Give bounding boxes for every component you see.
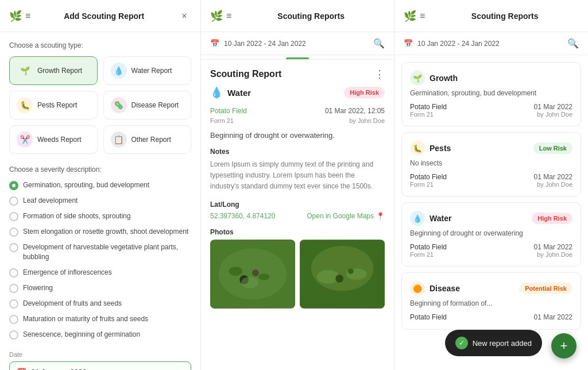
fab-add-button[interactable]: + xyxy=(551,333,577,359)
radio-circle-2 xyxy=(9,212,18,221)
right-card-disease-type: 🟠 Disease xyxy=(410,281,460,296)
radio-circle-6 xyxy=(9,284,18,293)
field-author: by John Doe xyxy=(349,117,385,124)
search-button-middle[interactable]: 🔍 xyxy=(373,38,385,49)
svg-point-12 xyxy=(348,268,354,274)
weeds-icon: ✂️ xyxy=(17,132,33,148)
right-disease-field-date: 01 Mar 2022 xyxy=(534,313,572,321)
type-card-disease[interactable]: 🦠 Disease Report xyxy=(103,91,192,120)
right-water-form: Form 21 xyxy=(410,251,434,258)
right-disease-desc: Beginning of formation of... xyxy=(410,299,572,307)
latlong-row: 52.397360, 4.874120 Open in Google Maps … xyxy=(210,212,385,220)
disease-risk-badge: Potential Risk xyxy=(519,283,572,294)
radio-item-7[interactable]: Development of fruits and seeds xyxy=(9,299,191,309)
right-water-sub-row: Form 21 by John Doe xyxy=(410,251,572,258)
svg-point-6 xyxy=(241,276,258,288)
radio-circle-0 xyxy=(9,181,18,190)
right-pests-field-row: Potato Field 01 Mar 2022 xyxy=(410,173,572,181)
right-growth-field-name: Potato Field xyxy=(410,103,447,111)
right-growth-sub-row: Form 21 by John Doe xyxy=(410,111,572,118)
photo-2[interactable] xyxy=(300,240,385,309)
radio-circle-9 xyxy=(9,330,18,340)
right-growth-field-row: Potato Field 01 Mar 2022 xyxy=(410,103,572,111)
radio-label-3: Stem elongation or rosette growth, shoot… xyxy=(23,227,188,237)
type-card-water[interactable]: 💧 Water Report xyxy=(103,56,192,85)
right-water-field-name: Potato Field xyxy=(410,243,447,251)
radio-label-9: Senescence, beginning of germination xyxy=(23,330,140,340)
more-options-button[interactable]: ⋮ xyxy=(374,69,385,79)
photo-1[interactable] xyxy=(210,240,295,309)
toast-notification: ✓ New report added xyxy=(445,330,542,356)
tab-indicator xyxy=(286,57,309,59)
field-date: 01 Mar 2022, 12:05 xyxy=(325,107,385,115)
radio-item-6[interactable]: Flowering xyxy=(9,283,191,293)
radio-item-0[interactable]: Germination, sprouting, bud development xyxy=(9,180,191,190)
right-disease-icon: 🟠 xyxy=(410,281,425,296)
date-input[interactable]: 📅 01 January 2022 xyxy=(9,361,191,370)
left-logo: 🌿 ≡ xyxy=(9,10,30,22)
right-card-growth-type: 🌱 Growth xyxy=(410,71,458,86)
right-menu-icon[interactable]: ≡ xyxy=(420,11,425,21)
water-icon: 💧 xyxy=(111,63,127,79)
radio-item-3[interactable]: Stem elongation or rosette growth, shoot… xyxy=(9,227,191,237)
right-card-pests: 🐛 Pests Low Risk No insects Potato Field… xyxy=(401,132,581,196)
right-water-field-date: 01 Mar 2022 xyxy=(534,243,572,251)
water-risk-badge: High Risk xyxy=(532,213,572,224)
radio-item-5[interactable]: Emergence of inflorescences xyxy=(9,268,191,278)
radio-label-5: Emergence of inflorescences xyxy=(23,268,112,278)
type-card-other[interactable]: 📋 Other Report xyxy=(103,125,192,154)
coords-link[interactable]: 52.397360, 4.874120 xyxy=(210,212,275,220)
menu-icon[interactable]: ≡ xyxy=(25,11,30,21)
search-button-right[interactable]: 🔍 xyxy=(567,38,579,49)
open-maps-text: Open in Google Maps xyxy=(307,212,374,220)
radio-item-4[interactable]: Development of harvestable vegetative pl… xyxy=(9,242,191,262)
radio-item-9[interactable]: Senescence, beginning of germination xyxy=(9,330,191,340)
calendar-icon-right: 📅 xyxy=(404,39,413,48)
open-maps-button[interactable]: Open in Google Maps 📍 xyxy=(307,212,385,220)
type-grid: 🌱 Growth Report 💧 Water Report 🐛 Pests R… xyxy=(9,56,191,154)
right-growth-icon: 🌱 xyxy=(410,71,425,86)
radio-item-2[interactable]: Formation of side shoots, sprouting xyxy=(9,211,191,221)
water-label: Water Report xyxy=(131,67,172,75)
middle-panel-header: 🌿 ≡ Scouting Reports xyxy=(201,0,394,32)
other-icon: 📋 xyxy=(111,132,127,148)
middle-menu-icon[interactable]: ≡ xyxy=(226,11,231,21)
water-drop-icon: 💧 xyxy=(210,86,223,99)
right-growth-form: Form 21 xyxy=(410,111,434,118)
right-disease-field-row: Potato Field 01 Mar 2022 xyxy=(410,313,572,321)
date-section: Date 📅 01 January 2022 xyxy=(9,351,191,370)
right-water-icon: 💧 xyxy=(410,211,425,226)
right-panel: 🌿 ≡ Scouting Reports 📅 10 Jan 2022 - 24 … xyxy=(394,0,588,370)
map-pin-icon: 📍 xyxy=(376,212,385,220)
right-logo: 🌿 ≡ xyxy=(404,10,425,22)
field-name-link[interactable]: Potato Field xyxy=(210,107,247,115)
close-button[interactable]: × xyxy=(177,9,191,23)
right-pests-icon: 🐛 xyxy=(410,141,425,156)
radio-label-2: Formation of side shoots, sprouting xyxy=(23,211,130,221)
type-card-pests[interactable]: 🐛 Pests Report xyxy=(9,91,98,120)
middle-panel: 🌿 ≡ Scouting Reports 📅 10 Jan 2022 - 24 … xyxy=(201,0,394,370)
right-water-desc: Beginning of drought or overwatering xyxy=(410,229,572,237)
type-card-weeds[interactable]: ✂️ Weeds Report xyxy=(9,125,98,154)
latlong-section: Lat/Long 52.397360, 4.874120 Open in Goo… xyxy=(210,201,385,220)
right-card-water-type: 💧 Water xyxy=(410,211,451,226)
radio-item-8[interactable]: Maturation or maturity of fruits and see… xyxy=(9,314,191,324)
radio-item-1[interactable]: Leaf development xyxy=(9,196,191,206)
right-card-growth: 🌱 Growth Germination, sprouting, bud dev… xyxy=(401,62,581,126)
radio-circle-5 xyxy=(9,268,18,278)
right-pests-field-name: Potato Field xyxy=(410,173,447,181)
radio-label-6: Flowering xyxy=(23,283,53,293)
water-type-label: 💧 Water xyxy=(210,86,251,99)
right-pests-author: by John Doe xyxy=(537,181,572,188)
right-panel-header: 🌿 ≡ Scouting Reports xyxy=(394,0,588,32)
radio-circle-8 xyxy=(9,315,18,324)
radio-label-0: Germination, sprouting, bud development xyxy=(23,180,149,190)
type-card-growth[interactable]: 🌱 Growth Report xyxy=(9,56,98,85)
right-pests-sub-row: Form 21 by John Doe xyxy=(410,181,572,188)
middle-logo: 🌿 ≡ xyxy=(210,10,231,22)
radio-circle-3 xyxy=(9,228,18,237)
severity-section: Choose a severity description: Germinati… xyxy=(9,165,191,340)
right-disease-label: Disease xyxy=(430,284,460,293)
right-pests-field-date: 01 Mar 2022 xyxy=(534,173,572,181)
right-pests-desc: No insects xyxy=(410,159,572,167)
